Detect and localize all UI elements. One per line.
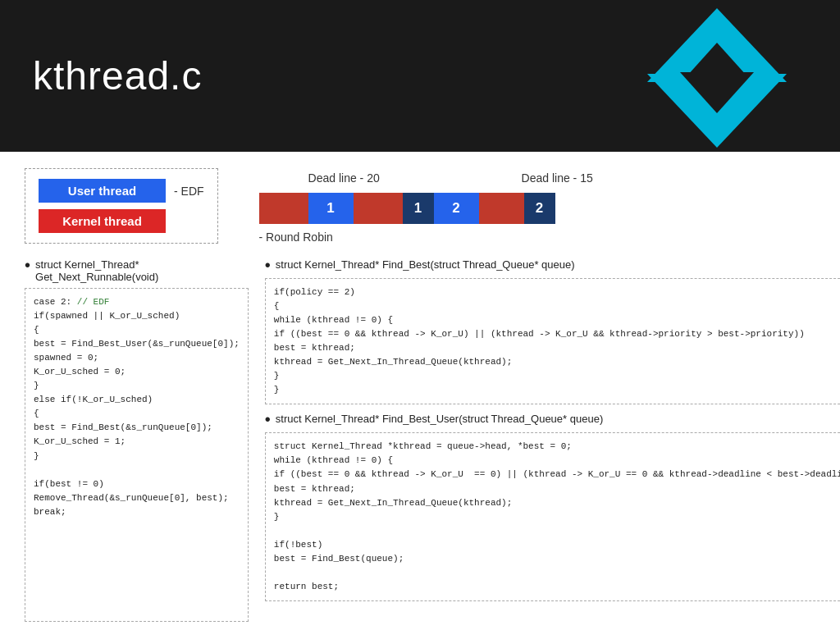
right-bottom-title: • struct Kernel_Thread* Find_Best_User(s… [265, 413, 840, 427]
bullet-dot-left: • [25, 257, 30, 273]
right-bottom-code-block: struct Kernel_Thread *kthread = queue->h… [265, 432, 840, 601]
timeline-block-4: 2 [434, 193, 479, 224]
left-code-col: • struct Kernel_Thread* Get_Next_Runnabl… [25, 258, 249, 622]
header-section: kthread.c [0, 0, 840, 152]
bottom-section: • struct Kernel_Thread* Get_Next_Runnabl… [25, 258, 815, 622]
top-section: User thread - EDF Kernel thread Dead lin… [25, 168, 815, 244]
left-title-text: struct Kernel_Thread* Get_Next_Runnable(… [35, 258, 249, 283]
left-code-case: case 2: // EDF if(spawned || K_or_U_sche… [34, 297, 240, 517]
page-title: kthread.c [33, 53, 202, 98]
right-top-title-text: struct Kernel_Thread* Find_Best(struct T… [276, 258, 575, 271]
left-code-title: • struct Kernel_Thread* Get_Next_Runnabl… [25, 258, 249, 283]
main-content: User thread - EDF Kernel thread Dead lin… [0, 152, 840, 630]
timeline-area: Dead line - 20 Dead line - 15 1122 - Rou… [259, 168, 815, 244]
timeline-blocks: 1122 [259, 193, 815, 224]
right-bottom-sub: • struct Kernel_Thread* Find_Best_User(s… [265, 413, 840, 601]
kernel-thread-button[interactable]: Kernel thread [39, 209, 166, 233]
bullet-dot-right-bottom: • [265, 411, 271, 427]
right-code-col: • struct Kernel_Thread* Find_Best(struct… [265, 258, 840, 622]
left-code-block: case 2: // EDF if(spawned || K_or_U_sche… [25, 288, 249, 622]
legend-user-thread: User thread - EDF [39, 179, 204, 203]
user-thread-button[interactable]: User thread [39, 179, 166, 203]
timeline-block-2 [354, 193, 403, 224]
timeline-block-0 [259, 193, 308, 224]
deadline-label-2: Dead line - 15 [522, 171, 593, 185]
right-bottom-title-text: struct Kernel_Thread* Find_Best_User(str… [276, 413, 603, 425]
deadline-label-1: Dead line - 20 [308, 171, 380, 185]
legend-kernel-thread: Kernel thread [39, 209, 204, 233]
bullet-dot-right-top: • [265, 257, 271, 273]
timeline-block-5 [479, 193, 524, 224]
right-top-code-text: if(policy == 2) { while (kthread != 0) {… [274, 287, 805, 395]
header-decoration [643, 8, 791, 148]
edf-label: - EDF [174, 185, 204, 198]
right-bottom-code-text: struct Kernel_Thread *kthread = queue->h… [274, 441, 840, 591]
right-top-title: • struct Kernel_Thread* Find_Best(struct… [265, 258, 840, 273]
right-top-code-block: if(policy == 2) { while (kthread != 0) {… [265, 278, 840, 404]
timeline-block-6: 2 [524, 193, 555, 224]
deadline-labels: Dead line - 20 Dead line - 15 [259, 168, 815, 188]
timeline-block-3: 1 [403, 193, 434, 224]
round-robin-label: - Round Robin [259, 231, 815, 244]
legend-box: User thread - EDF Kernel thread [25, 168, 218, 244]
triangle-notch-bottom [680, 72, 754, 113]
timeline-block-1: 1 [308, 193, 354, 224]
right-top-sub: • struct Kernel_Thread* Find_Best(struct… [265, 258, 840, 404]
